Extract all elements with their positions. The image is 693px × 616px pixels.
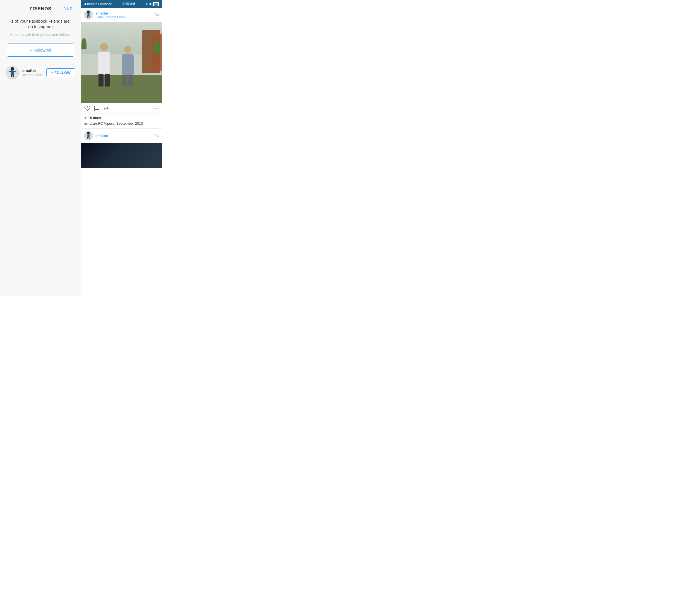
caption-username: smalter <box>84 121 97 125</box>
location-icon: ➤ <box>146 2 148 5</box>
post1-time: 3w <box>155 13 159 17</box>
svg-rect-6 <box>14 71 16 72</box>
tree1 <box>81 38 86 49</box>
friends-subtitle: 1 of Your Facebook Friends are on Instag… <box>0 15 81 31</box>
dot1 <box>154 108 155 109</box>
svg-point-1 <box>11 67 14 69</box>
likes-row: ♥ 15 likes <box>84 116 158 120</box>
back-label: Back to Facebook <box>87 2 112 5</box>
svg-rect-2 <box>11 71 14 75</box>
comment-icon <box>94 105 100 111</box>
dot2 <box>155 108 157 109</box>
post1-action-bar <box>81 103 162 114</box>
like-button[interactable] <box>84 105 91 111</box>
svg-rect-10 <box>87 16 88 18</box>
person2 <box>119 46 137 87</box>
post1-image <box>81 22 162 103</box>
post2-time: 11w <box>153 134 159 138</box>
status-bar: ◀ Back to Facebook 9:20 AM ➤ ✱ ▓▓ <box>81 0 162 8</box>
friends-title: FRIENDS <box>29 6 51 12</box>
post2-header: smalter 11w <box>81 128 162 143</box>
friends-desc: Keep up with their photos and videos. <box>2 31 79 41</box>
post2-username[interactable]: smalter <box>95 134 153 138</box>
heart-filled-icon: ♥ <box>84 116 86 120</box>
svg-rect-5 <box>9 71 11 72</box>
caption-body: FC Vipers, September 2010 <box>97 121 143 125</box>
more-options-button[interactable] <box>154 108 158 109</box>
dot3 <box>157 108 158 109</box>
likes-count: 15 likes <box>88 116 101 120</box>
friends-panel: FRIENDS NEXT 1 of Your Facebook Friends … <box>0 0 81 296</box>
svg-rect-11 <box>89 16 90 18</box>
bluetooth-icon: ✱ <box>149 2 152 5</box>
svg-rect-18 <box>89 137 90 139</box>
instagram-feed-panel: ◀ Back to Facebook 9:20 AM ➤ ✱ ▓▓ smalte… <box>81 0 162 296</box>
post1-avatar[interactable] <box>84 10 93 20</box>
person1 <box>95 43 113 87</box>
caption-text: smalter FC Vipers, September 2010 <box>84 121 158 126</box>
post1-header: smalter Sarah Roosevelt Park 3w <box>81 8 162 22</box>
post1-username[interactable]: smalter <box>95 11 155 15</box>
svg-rect-12 <box>86 14 87 14</box>
svg-point-8 <box>87 11 90 12</box>
user-username: smalter <box>22 68 46 73</box>
svg-rect-3 <box>11 75 12 77</box>
back-to-facebook[interactable]: ◀ Back to Facebook <box>84 2 112 6</box>
user-row: smalter Walter Chen + FOLLOW <box>0 63 81 82</box>
avatar-figure <box>8 67 17 78</box>
follow-all-button[interactable]: + Follow All <box>7 43 74 57</box>
user-realname: Walter Chen <box>22 73 46 77</box>
left-header: FRIENDS NEXT <box>0 0 81 15</box>
svg-rect-13 <box>90 14 91 14</box>
post1-action-icons <box>84 105 154 111</box>
status-time: 9:20 AM <box>112 2 146 6</box>
post1-avatar-figure <box>85 11 92 19</box>
svg-point-15 <box>87 132 90 133</box>
heart-icon <box>84 105 91 111</box>
svg-rect-4 <box>13 75 14 77</box>
user-info: smalter Walter Chen <box>22 68 46 77</box>
comment-button[interactable] <box>94 105 100 111</box>
svg-rect-19 <box>86 135 87 135</box>
post2-avatar-figure <box>85 132 92 140</box>
share-button[interactable] <box>103 105 110 111</box>
follow-all-label: + Follow All <box>30 48 51 53</box>
post2-avatar[interactable] <box>84 131 93 141</box>
post1-caption: ♥ 15 likes smalter FC Vipers, September … <box>81 114 162 128</box>
post1-location[interactable]: Sarah Roosevelt Park <box>95 15 155 19</box>
post2-user-info: smalter <box>95 134 153 138</box>
svg-rect-16 <box>87 134 90 137</box>
status-icons: ➤ ✱ ▓▓ <box>146 2 159 6</box>
user-avatar <box>5 66 19 80</box>
tree2 <box>154 40 160 54</box>
svg-rect-20 <box>90 135 91 135</box>
follow-button[interactable]: + FOLLOW <box>46 68 75 77</box>
photo-background <box>81 22 162 103</box>
svg-rect-9 <box>87 14 90 17</box>
post2-image <box>81 143 162 168</box>
chevron-left-icon: ◀ <box>84 2 86 6</box>
next-button[interactable]: NEXT <box>63 6 75 11</box>
share-icon <box>103 105 110 111</box>
svg-rect-17 <box>87 137 88 139</box>
battery-icon: ▓▓ <box>153 2 159 6</box>
post1-user-info: smalter Sarah Roosevelt Park <box>95 11 155 19</box>
